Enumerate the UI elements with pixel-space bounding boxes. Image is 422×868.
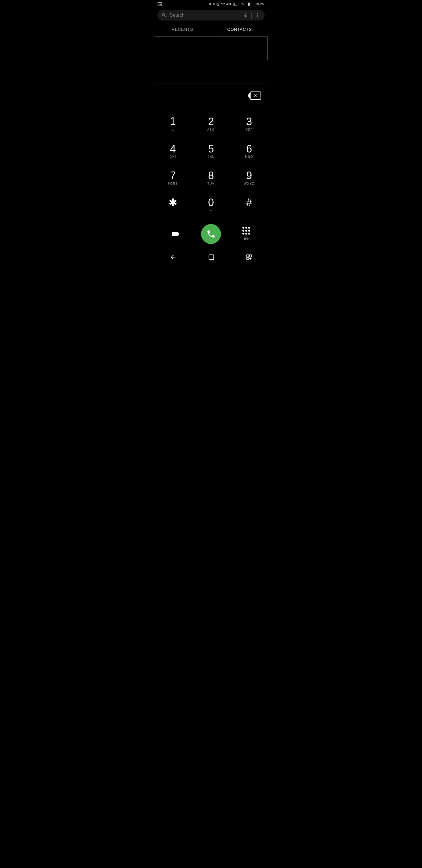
dialpad-row-3: 7 PQRS 8 TUV 9 WXYZ bbox=[154, 164, 268, 191]
empty-content-area bbox=[154, 37, 268, 84]
key-star[interactable]: ✱ bbox=[154, 191, 192, 218]
status-left bbox=[157, 2, 162, 6]
key-3[interactable]: 3 DEF bbox=[230, 110, 268, 138]
key-hash[interactable]: # bbox=[230, 191, 268, 218]
nav-bar bbox=[154, 249, 268, 267]
phone-icon bbox=[206, 229, 216, 239]
video-camera-icon bbox=[171, 229, 181, 239]
signal-icon bbox=[233, 2, 237, 6]
video-call-button[interactable] bbox=[157, 229, 195, 239]
image-icon bbox=[157, 2, 162, 6]
key-1[interactable]: 1 ○○ bbox=[154, 110, 192, 138]
home-square-icon bbox=[208, 254, 215, 260]
status-right: N 4GE 57% 3:10 PM bbox=[208, 2, 265, 6]
battery-percent: 57% bbox=[238, 2, 245, 6]
home-button[interactable] bbox=[202, 252, 220, 262]
dial-display bbox=[154, 84, 268, 107]
hide-dialpad-button[interactable]: Hide bbox=[227, 227, 265, 241]
recents-icon bbox=[246, 254, 252, 260]
svg-rect-3 bbox=[247, 257, 249, 259]
svg-rect-0 bbox=[209, 255, 214, 260]
hide-label: Hide bbox=[242, 237, 250, 241]
key-9[interactable]: 9 WXYZ bbox=[230, 164, 268, 191]
nfc-icon: N bbox=[213, 3, 215, 6]
backspace-icon bbox=[250, 92, 261, 100]
dialpad-row-2: 4 GHI 5 JKL 6 MNO bbox=[154, 138, 268, 165]
key-0[interactable]: 0 + bbox=[192, 191, 230, 218]
key-7[interactable]: 7 PQRS bbox=[154, 164, 192, 191]
network-type: 4GE bbox=[226, 3, 232, 6]
search-input[interactable] bbox=[170, 12, 240, 18]
dialpad-row-1: 1 ○○ 2 ABC 3 DEF bbox=[154, 110, 268, 138]
battery-icon bbox=[246, 2, 252, 6]
bluetooth-icon bbox=[208, 2, 212, 6]
backspace-button[interactable] bbox=[248, 89, 263, 102]
key-5[interactable]: 5 JKL bbox=[192, 138, 230, 165]
key-2[interactable]: 2 ABC bbox=[192, 110, 230, 138]
recents-button[interactable] bbox=[240, 252, 258, 262]
key-8[interactable]: 8 TUV bbox=[192, 164, 230, 191]
key-6[interactable]: 6 MNO bbox=[230, 138, 268, 165]
svg-rect-2 bbox=[249, 255, 252, 257]
back-button[interactable] bbox=[164, 252, 183, 262]
dialpad: 1 ○○ 2 ABC 3 DEF 4 GHI 5 JKL 6 MNO 7 PQR… bbox=[154, 107, 268, 221]
mute-icon bbox=[216, 2, 220, 6]
search-icon bbox=[161, 12, 167, 18]
tab-contacts[interactable]: CONTACTS bbox=[211, 23, 268, 36]
key-4[interactable]: 4 GHI bbox=[154, 138, 192, 165]
back-arrow-icon bbox=[170, 254, 177, 261]
tabs-bar: RECENTS CONTACTS bbox=[154, 23, 268, 37]
mic-icon[interactable] bbox=[242, 12, 249, 18]
status-bar: N 4GE 57% 3:10 PM bbox=[154, 0, 268, 8]
more-options-icon[interactable] bbox=[255, 12, 261, 18]
action-row: Hide bbox=[154, 221, 268, 249]
svg-rect-1 bbox=[247, 255, 249, 257]
call-button[interactable] bbox=[201, 224, 221, 244]
time: 3:10 PM bbox=[253, 2, 265, 6]
tab-recents[interactable]: RECENTS bbox=[154, 23, 211, 36]
wifi-icon bbox=[221, 2, 225, 6]
scrollbar bbox=[267, 37, 268, 60]
dialpad-row-4: ✱ 0 + # bbox=[154, 191, 268, 218]
search-bar[interactable] bbox=[157, 10, 265, 21]
dots-grid-icon bbox=[242, 227, 250, 235]
